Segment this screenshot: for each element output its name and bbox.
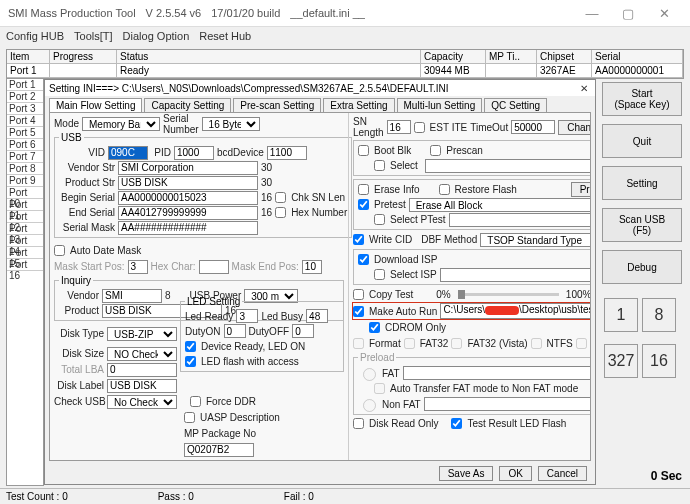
ok-button[interactable]: OK (499, 466, 531, 481)
led-busy-field[interactable] (306, 309, 328, 323)
check-usb-select[interactable]: No Check (107, 395, 177, 409)
col-mptime[interactable]: MP Ti.. (486, 50, 537, 64)
autorun-path-field[interactable]: C:\Users\\Desktop\usb\test.iso (440, 303, 591, 319)
minimize-button[interactable]: — (574, 3, 610, 23)
hex-number-checkbox[interactable] (275, 207, 286, 218)
tab-prescan[interactable]: Pre-scan Setting (233, 98, 321, 112)
tab-capacity[interactable]: Capacity Setting (144, 98, 231, 112)
list-item[interactable]: Port 4 (7, 115, 43, 127)
duty-off-field[interactable] (292, 324, 314, 338)
change-pw-button[interactable]: Change PW (558, 120, 591, 135)
boot-blk-checkbox[interactable] (358, 145, 369, 156)
hex-char-field[interactable] (199, 260, 229, 274)
pid-field[interactable] (174, 146, 214, 160)
dbf-select[interactable]: TSOP Standard Type (480, 233, 591, 247)
mask-start-field[interactable] (128, 260, 148, 274)
download-isp-checkbox[interactable] (358, 254, 369, 265)
tab-extra[interactable]: Extra Setting (323, 98, 394, 112)
col-item[interactable]: Item (7, 50, 50, 64)
select-ptest-field[interactable] (449, 213, 591, 227)
menu-tools[interactable]: Tools[T] (74, 30, 113, 42)
duty-on-field[interactable] (224, 324, 246, 338)
col-chipset[interactable]: Chipset (537, 50, 592, 64)
mode-select[interactable]: Memory Bar (82, 117, 160, 131)
close-button[interactable]: ✕ (646, 3, 682, 23)
disk-type-select[interactable]: USB-ZIP (107, 327, 177, 341)
maximize-button[interactable]: ▢ (610, 3, 646, 23)
select-isp-field[interactable] (440, 268, 591, 282)
cancel-button[interactable]: Cancel (538, 466, 587, 481)
tab-multilun[interactable]: Multi-lun Setting (397, 98, 483, 112)
pretest-select[interactable]: Erase All Block (409, 198, 591, 212)
bcd-field[interactable] (267, 146, 307, 160)
list-item[interactable]: Port 6 (7, 139, 43, 151)
pretest-opt-button[interactable]: Pretest Opt (571, 182, 591, 197)
test-led-checkbox[interactable] (451, 418, 462, 429)
vid-field[interactable] (108, 146, 148, 160)
scan-usb-button[interactable]: Scan USB (F5) (602, 208, 682, 242)
list-item[interactable]: Port 9 (7, 175, 43, 187)
col-serial[interactable]: Serial (592, 50, 683, 64)
vendor-str-field[interactable] (118, 161, 258, 175)
cdrom-only-checkbox[interactable] (369, 322, 380, 333)
serial-mask-field[interactable] (118, 221, 258, 235)
write-cid-checkbox[interactable] (353, 234, 364, 245)
list-item[interactable]: Port 3 (7, 103, 43, 115)
disk-readonly-checkbox[interactable] (353, 418, 364, 429)
autorun-checkbox[interactable] (353, 306, 364, 317)
col-status[interactable]: Status (117, 50, 421, 64)
list-item[interactable]: Port 1 (7, 79, 43, 91)
col-progress[interactable]: Progress (50, 50, 117, 64)
start-button[interactable]: Start (Space Key) (602, 82, 682, 116)
tab-qc[interactable]: QC Setting (484, 98, 547, 112)
select-ptest-checkbox[interactable] (374, 214, 385, 225)
menu-config-hub[interactable]: Config HUB (6, 30, 64, 42)
sn-length-field[interactable] (387, 120, 411, 134)
select-checkbox[interactable] (374, 160, 385, 171)
force-ddr-checkbox[interactable] (190, 396, 201, 407)
copy-test-checkbox[interactable] (353, 289, 364, 300)
dialog-close-icon[interactable]: ✕ (577, 83, 591, 94)
est-checkbox[interactable] (414, 122, 425, 133)
list-item[interactable]: Port 12 (7, 211, 43, 223)
list-item[interactable]: Port 2 (7, 91, 43, 103)
pretest-checkbox[interactable] (358, 199, 369, 210)
begin-serial-field[interactable] (118, 191, 258, 205)
mp-pkg-field[interactable] (184, 443, 254, 457)
list-item[interactable]: Port 5 (7, 127, 43, 139)
list-item[interactable]: Port 14 (7, 235, 43, 247)
tab-main-flow[interactable]: Main Flow Setting (49, 98, 142, 112)
timeout-field[interactable] (511, 120, 555, 134)
col-capacity[interactable]: Capacity (421, 50, 486, 64)
list-item[interactable]: Port 16 (7, 259, 43, 271)
list-item[interactable]: Port 10 (7, 187, 43, 199)
product-str-field[interactable] (118, 176, 258, 190)
uasp-checkbox[interactable] (184, 412, 195, 423)
erase-info-checkbox[interactable] (358, 184, 369, 195)
select-field[interactable] (425, 159, 591, 173)
list-item[interactable]: Port 7 (7, 151, 43, 163)
auto-date-mask-checkbox[interactable] (54, 245, 65, 256)
mask-end-field[interactable] (302, 260, 322, 274)
prescan-checkbox[interactable] (430, 145, 441, 156)
disk-size-select[interactable]: NO Check (107, 347, 177, 361)
sn-number-select[interactable]: 16 Bytes (202, 117, 260, 131)
select-isp-checkbox[interactable] (374, 269, 385, 280)
menu-reset-hub[interactable]: Reset Hub (199, 30, 251, 42)
list-item[interactable]: Port 11 (7, 199, 43, 211)
list-item[interactable]: Port 13 (7, 223, 43, 235)
disk-label-field[interactable] (107, 379, 177, 393)
list-item[interactable]: Port 8 (7, 163, 43, 175)
restore-flash-checkbox[interactable] (439, 184, 450, 195)
menu-dialog-option[interactable]: Dialog Option (123, 30, 190, 42)
chk-sn-len-checkbox[interactable] (275, 192, 286, 203)
setting-button[interactable]: Setting (602, 166, 682, 200)
list-item[interactable]: Port 15 (7, 247, 43, 259)
table-row[interactable]: Port 1 (7, 64, 50, 78)
debug-button[interactable]: Debug (602, 250, 682, 284)
total-lba-field[interactable] (107, 363, 177, 377)
led-ready-field[interactable] (236, 309, 258, 323)
copy-test-slider[interactable] (458, 293, 559, 296)
quit-button[interactable]: Quit (602, 124, 682, 158)
inq-vendor-field[interactable] (102, 289, 162, 303)
